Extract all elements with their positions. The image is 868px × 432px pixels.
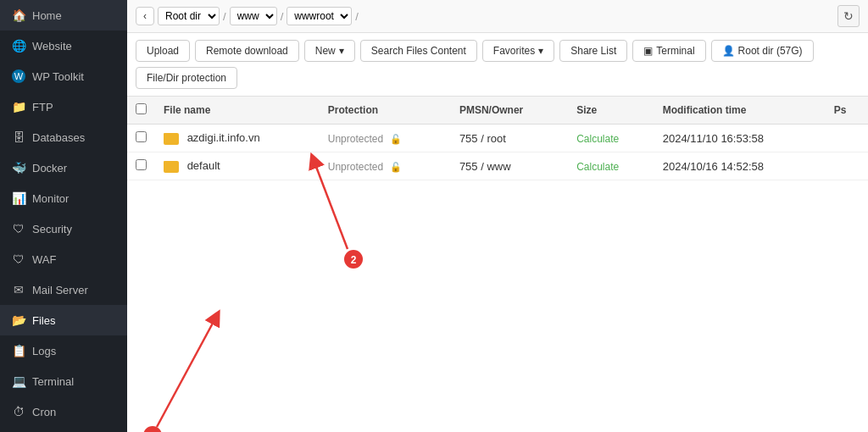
row-pmsn-owner: 755 / www xyxy=(451,152,568,180)
col-header-checkbox xyxy=(127,97,155,125)
content-area: File name Protection PMSN/Owner Size Mod xyxy=(127,97,868,432)
refresh-button[interactable]: ↻ xyxy=(837,5,860,27)
logs-icon: 📋 xyxy=(12,344,25,357)
sidebar-item-home[interactable]: 🏠 Home xyxy=(0,0,127,30)
docker-icon: 🐳 xyxy=(12,161,25,174)
sidebar: 🏠 Home 🌐 Website W WP Toolkit 📁 FTP 🗄 Da… xyxy=(0,0,127,432)
table-row: default Unprotected 🔓 755 / www Calculat… xyxy=(127,152,868,180)
row-size: Calculate xyxy=(568,152,654,180)
sidebar-item-mail-server[interactable]: ✉ Mail Server xyxy=(0,274,127,305)
path-separator2: / xyxy=(281,10,284,23)
path-separator: / xyxy=(223,10,226,23)
cron-icon: ⏱ xyxy=(12,405,25,418)
sidebar-item-label: Monitor xyxy=(32,192,69,205)
website-icon: 🌐 xyxy=(12,39,25,53)
file-table-container: File name Protection PMSN/Owner Size Mod xyxy=(127,97,868,180)
row-ps xyxy=(826,125,868,152)
favorites-button[interactable]: Favorites ▾ xyxy=(482,40,554,62)
sidebar-item-security[interactable]: 🛡 Security xyxy=(0,213,127,244)
row-select-checkbox[interactable] xyxy=(136,131,147,142)
sidebar-item-label: Website xyxy=(32,40,72,53)
new-dropdown-icon: ▾ xyxy=(339,45,344,57)
wp-toolkit-icon: W xyxy=(12,69,25,83)
new-button[interactable]: New ▾ xyxy=(304,40,355,62)
sidebar-item-terminal[interactable]: 💻 Terminal xyxy=(0,366,127,396)
sidebar-item-wp-toolkit[interactable]: W WP Toolkit xyxy=(0,61,127,91)
mail-server-icon: ✉ xyxy=(12,283,25,296)
security-icon: 🛡 xyxy=(12,222,25,235)
sidebar-item-ftp[interactable]: 📁 FTP xyxy=(0,91,127,122)
file-link[interactable]: default xyxy=(187,159,220,172)
search-files-button[interactable]: Search Files Content xyxy=(360,40,477,62)
row-checkbox xyxy=(127,125,155,152)
sidebar-item-files[interactable]: 📂 Files xyxy=(0,305,127,335)
col-header-size: Size xyxy=(568,97,654,125)
sidebar-item-label: Files xyxy=(32,314,55,327)
main-content: ‹ Root dir / www / wwwroot / ↻ Upload Re… xyxy=(127,0,868,432)
sidebar-item-label: Mail Server xyxy=(32,284,88,296)
terminal-button[interactable]: ▣ Terminal xyxy=(632,40,705,62)
sidebar-item-logs[interactable]: 📋 Logs xyxy=(0,335,127,366)
table-row: azdigi.it.info.vn Unprotected 🔓 755 / ro… xyxy=(127,125,868,152)
row-modification-time: 2024/10/16 14:52:58 xyxy=(654,152,826,180)
favorites-label: Favorites xyxy=(493,45,535,57)
sidebar-item-waf[interactable]: 🛡 WAF xyxy=(0,244,127,274)
sidebar-item-label: Security xyxy=(32,223,72,235)
sidebar-item-label: Docker xyxy=(32,162,67,174)
file-table: File name Protection PMSN/Owner Size Mod xyxy=(127,97,868,180)
folder-icon xyxy=(164,133,179,145)
root-dir-label: Root dir (57G) xyxy=(738,45,803,57)
row-select-checkbox[interactable] xyxy=(136,159,147,170)
col-header-modification-time: Modification time xyxy=(654,97,826,125)
sidebar-item-cron[interactable]: ⏱ Cron xyxy=(0,396,127,427)
sidebar-item-website[interactable]: 🌐 Website xyxy=(0,30,127,61)
root-select[interactable]: Root dir xyxy=(158,7,220,25)
row-filename: azdigi.it.info.vn xyxy=(155,125,320,152)
calculate-button[interactable]: Calculate xyxy=(576,133,619,145)
files-icon: 📂 xyxy=(12,313,25,327)
www-select[interactable]: www xyxy=(230,7,277,25)
row-pmsn-owner: 755 / root xyxy=(451,125,568,152)
waf-icon: 🛡 xyxy=(12,252,25,266)
sidebar-item-app-store[interactable]: 🛒 App Store xyxy=(0,427,127,432)
sidebar-item-label: Home xyxy=(32,9,62,22)
ftp-icon: 📁 xyxy=(12,100,25,114)
col-header-ps: Ps xyxy=(826,97,868,125)
svg-point-1 xyxy=(143,426,162,432)
toolbar: Upload Remote download New ▾ Search File… xyxy=(127,33,868,97)
row-checkbox xyxy=(127,152,155,180)
col-header-protection: Protection xyxy=(320,97,451,125)
wwwroot-select[interactable]: wwwroot xyxy=(287,7,352,25)
sidebar-item-label: WP Toolkit xyxy=(32,70,84,83)
file-dir-protection-button[interactable]: File/Dir protection xyxy=(136,67,237,89)
sidebar-item-databases[interactable]: 🗄 Databases xyxy=(0,122,127,152)
col-header-filename: File name xyxy=(155,97,320,125)
path-bar: ‹ Root dir / www / wwwroot / ↻ xyxy=(127,0,868,33)
terminal-btn-icon: ▣ xyxy=(643,45,653,57)
sidebar-item-docker[interactable]: 🐳 Docker xyxy=(0,152,127,183)
favorites-dropdown-icon: ▾ xyxy=(538,45,543,57)
root-dir-button[interactable]: 👤 Root dir (57G) xyxy=(711,40,814,62)
back-button[interactable]: ‹ xyxy=(136,7,154,25)
sidebar-item-label: Logs xyxy=(32,345,56,357)
sidebar-item-label: WAF xyxy=(32,253,56,266)
select-all-checkbox[interactable] xyxy=(136,103,147,114)
calculate-button[interactable]: Calculate xyxy=(576,161,619,173)
sidebar-item-label: Databases xyxy=(32,131,85,144)
databases-icon: 🗄 xyxy=(12,130,25,144)
new-button-label: New xyxy=(315,45,336,57)
remote-download-button[interactable]: Remote download xyxy=(195,40,299,62)
file-link[interactable]: azdigi.it.info.vn xyxy=(187,131,260,144)
terminal-icon: 💻 xyxy=(12,374,25,388)
svg-point-4 xyxy=(344,250,363,269)
upload-button[interactable]: Upload xyxy=(136,40,190,62)
path-separator3: / xyxy=(355,10,359,23)
share-list-button[interactable]: Share List xyxy=(559,40,627,62)
monitor-icon: 📊 xyxy=(12,191,25,205)
sidebar-item-monitor[interactable]: 📊 Monitor xyxy=(0,183,127,213)
terminal-btn-label: Terminal xyxy=(656,45,694,57)
lock-icon: 🔓 xyxy=(390,162,402,173)
svg-text:2: 2 xyxy=(351,254,357,266)
row-filename: default xyxy=(155,152,320,180)
row-protection: Unprotected 🔓 xyxy=(320,125,451,152)
